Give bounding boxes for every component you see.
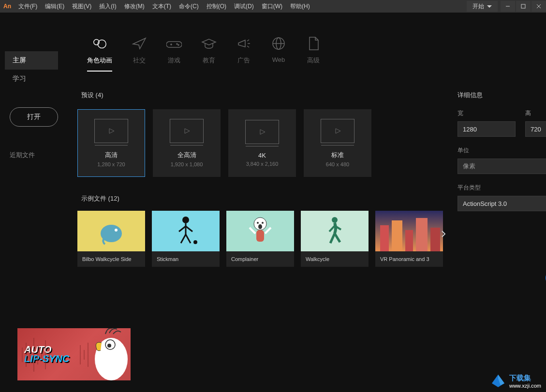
- window-maximize-button[interactable]: [516, 1, 531, 12]
- menu-modify[interactable]: 修改(M): [120, 0, 148, 13]
- open-button[interactable]: 打开: [10, 107, 58, 127]
- svg-point-9: [178, 44, 179, 45]
- sample-label: VR Panoramic and 3: [375, 251, 443, 267]
- preset-grid: 高清 1,280 x 720 全高清 1,920 x 1,080 4K 3,84…: [77, 109, 443, 177]
- window-close-button[interactable]: [531, 1, 546, 12]
- character-icon: [92, 37, 107, 50]
- main-menu: 文件(F) 编辑(E) 视图(V) 插入(I) 修改(M) 文本(T) 命令(C…: [15, 0, 467, 13]
- svg-line-31: [265, 228, 271, 233]
- details-header: 详细信息: [457, 91, 546, 100]
- svg-point-28: [258, 224, 262, 229]
- preset-hd[interactable]: 高清 1,280 x 720: [77, 109, 145, 177]
- tab-game[interactable]: 游戏: [166, 37, 182, 72]
- window-minimize-button[interactable]: [501, 1, 515, 12]
- unit-select[interactable]: 像素: [457, 159, 546, 174]
- sample-bilbo[interactable]: Bilbo Walkcycle Side: [77, 211, 145, 267]
- preset-fullhd[interactable]: 全高清 1,920 x 1,080: [153, 109, 221, 177]
- app-logo: An: [0, 0, 15, 13]
- sample-thumb: [375, 211, 443, 251]
- category-tabs: 角色动画 社交 游戏 教育: [77, 37, 546, 72]
- globe-icon: [271, 37, 286, 50]
- document-icon: [306, 37, 321, 50]
- width-input[interactable]: [457, 121, 516, 137]
- svg-line-12: [247, 46, 249, 47]
- gamepad-icon: [166, 37, 182, 50]
- sample-stickman[interactable]: Stickman: [152, 211, 220, 267]
- height-input[interactable]: [525, 121, 546, 137]
- tab-character-animation[interactable]: 角色动画: [87, 37, 112, 72]
- sample-thumb: [152, 211, 220, 251]
- tab-advertising[interactable]: 广告: [236, 37, 251, 72]
- svg-line-22: [181, 234, 186, 243]
- sidebar-item-home[interactable]: 主屏: [5, 51, 58, 70]
- watermark-brand: 下载集: [509, 374, 531, 382]
- watermark: 下载集 www.xzji.com: [490, 373, 541, 389]
- samples-row: Bilbo Walkcycle Side Stickman: [77, 211, 443, 267]
- menu-window[interactable]: 窗口(W): [258, 0, 286, 13]
- svg-line-30: [250, 228, 255, 233]
- svg-line-35: [330, 233, 335, 243]
- height-label: 高: [525, 109, 546, 117]
- recent-files-label: 近期文件: [10, 151, 58, 160]
- unit-value: 像素: [463, 162, 475, 171]
- menu-control[interactable]: 控制(O): [203, 0, 230, 13]
- menu-command[interactable]: 命令(C): [175, 0, 203, 13]
- svg-rect-37: [380, 225, 389, 251]
- svg-rect-41: [430, 228, 440, 251]
- width-label: 宽: [457, 109, 516, 117]
- samples-next-button[interactable]: [441, 230, 446, 240]
- menu-help[interactable]: 帮助(H): [286, 0, 314, 13]
- tab-web[interactable]: Web: [271, 37, 286, 72]
- menu-file[interactable]: 文件(F): [15, 0, 41, 13]
- menu-view[interactable]: 视图(V): [68, 0, 95, 13]
- watermark-logo-icon: [490, 373, 506, 389]
- sample-vr-panoramic[interactable]: VR Panoramic and 3: [375, 211, 443, 267]
- svg-rect-39: [405, 230, 413, 251]
- preset-standard[interactable]: 标准 640 x 480: [304, 109, 371, 177]
- tab-advanced[interactable]: 高级: [306, 37, 321, 72]
- svg-line-36: [335, 233, 340, 242]
- menu-insert[interactable]: 插入(I): [95, 0, 120, 13]
- svg-line-23: [186, 234, 191, 243]
- preset-thumb-icon: [94, 119, 128, 143]
- menu-text[interactable]: 文本(T): [148, 0, 175, 13]
- paper-plane-icon: [132, 37, 147, 50]
- promo-card[interactable]: AUTO LIP-SYNC: [17, 328, 131, 380]
- tab-label: 教育: [203, 56, 215, 65]
- preset-4k[interactable]: 4K 3,840 x 2,160: [228, 109, 296, 177]
- svg-line-20: [179, 226, 186, 232]
- svg-point-8: [177, 44, 177, 44]
- platform-value: ActionScript 3.0: [463, 200, 507, 207]
- start-label: 开始: [472, 1, 484, 12]
- tab-social[interactable]: 社交: [132, 37, 147, 72]
- platform-label: 平台类型: [457, 184, 546, 192]
- sample-thumb: [77, 211, 145, 251]
- svg-point-24: [193, 240, 197, 244]
- menu-debug[interactable]: 调试(D): [230, 0, 258, 13]
- presets-header: 预设 (4): [81, 91, 443, 100]
- menu-edit[interactable]: 编辑(E): [41, 0, 68, 13]
- preset-name: 高清: [105, 151, 118, 160]
- tab-label: 高级: [307, 56, 320, 65]
- svg-point-55: [107, 344, 111, 348]
- preset-dim: 3,840 x 2,160: [246, 161, 279, 167]
- sample-complainer[interactable]: Complainer: [226, 211, 294, 267]
- sidebar-item-learn[interactable]: 学习: [5, 70, 58, 88]
- preset-name: 4K: [258, 152, 266, 159]
- tab-education[interactable]: 教育: [201, 37, 217, 72]
- svg-rect-38: [392, 220, 402, 251]
- sample-thumb: [301, 211, 369, 251]
- sample-label: Walkcycle: [301, 251, 369, 267]
- platform-select[interactable]: ActionScript 3.0: [457, 196, 546, 211]
- sample-thumb: [226, 211, 294, 251]
- details-panel: 详细信息 宽 高 单位 像素: [457, 91, 546, 287]
- sample-walkcycle[interactable]: Walkcycle: [301, 211, 369, 267]
- svg-line-33: [329, 226, 335, 232]
- svg-rect-29: [256, 230, 264, 242]
- tab-label: 社交: [133, 56, 146, 65]
- svg-point-32: [332, 217, 338, 223]
- samples-header: 示例文件 (12): [81, 194, 443, 203]
- sample-label: Bilbo Walkcycle Side: [77, 251, 145, 267]
- svg-point-26: [257, 222, 259, 224]
- start-dropdown[interactable]: 开始: [467, 1, 498, 12]
